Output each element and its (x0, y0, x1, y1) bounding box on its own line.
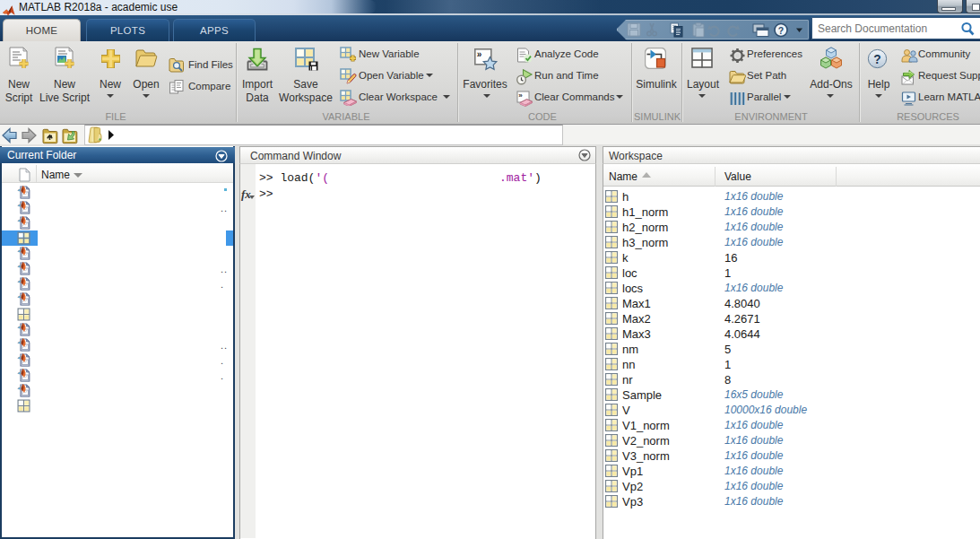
svg-text:?: ? (778, 25, 784, 36)
svg-text:?: ? (873, 53, 880, 66)
svg-text:»: » (518, 91, 523, 100)
svg-text:»: » (477, 49, 482, 59)
